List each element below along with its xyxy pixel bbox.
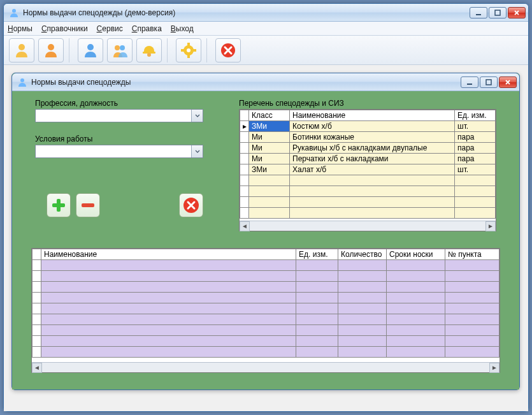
cell[interactable] bbox=[249, 175, 290, 186]
minimize-button[interactable] bbox=[470, 7, 487, 18]
main-titlebar[interactable]: Нормы выдачи спецодежды (демо-версия) bbox=[4, 4, 528, 22]
cell[interactable]: пара bbox=[455, 132, 496, 143]
child-maximize-button[interactable] bbox=[480, 76, 498, 88]
menu-spravochniki[interactable]: Справочники bbox=[41, 24, 88, 33]
conditions-dropdown-button[interactable] bbox=[191, 145, 203, 157]
cell[interactable]: Ми bbox=[249, 132, 290, 143]
cell[interactable] bbox=[296, 293, 338, 303]
cell[interactable] bbox=[296, 325, 338, 336]
cell[interactable] bbox=[455, 175, 496, 186]
cell[interactable] bbox=[338, 282, 387, 293]
cell[interactable] bbox=[387, 336, 445, 347]
scroll-left-icon[interactable]: ◄ bbox=[240, 221, 250, 231]
items-table[interactable]: Класс Наименование Ед. изм. ▸ЗМиКостюм х… bbox=[240, 110, 496, 219]
cell[interactable] bbox=[387, 282, 445, 293]
cell[interactable] bbox=[290, 186, 455, 197]
cancel-button[interactable] bbox=[179, 193, 203, 217]
cell[interactable]: Рукавицы х/б с накладками двупалые bbox=[290, 143, 455, 154]
profession-dropdown-button[interactable] bbox=[191, 110, 203, 122]
table-row[interactable]: ЗМиХалат х/бшт. bbox=[240, 164, 496, 175]
toolbar-hardhat-button[interactable] bbox=[136, 38, 162, 62]
items-col-class[interactable]: Класс bbox=[249, 110, 290, 121]
cell[interactable] bbox=[249, 186, 290, 197]
scroll-left-icon[interactable]: ◄ bbox=[32, 363, 42, 373]
cell[interactable] bbox=[387, 303, 445, 314]
cell[interactable] bbox=[41, 260, 296, 271]
table-row[interactable]: МиПерчатки х/б с накладкамипара bbox=[240, 154, 496, 164]
child-close-button[interactable] bbox=[499, 76, 517, 88]
cell[interactable] bbox=[338, 293, 387, 303]
table-row[interactable] bbox=[32, 293, 500, 303]
cell[interactable] bbox=[296, 314, 338, 325]
cell[interactable] bbox=[445, 260, 500, 271]
table-row[interactable] bbox=[240, 208, 496, 219]
menu-servis[interactable]: Сервис bbox=[97, 24, 123, 33]
table-row[interactable] bbox=[32, 260, 500, 271]
cell[interactable] bbox=[41, 303, 296, 314]
norms-table[interactable]: Наименование Ед. изм. Количество Сроки н… bbox=[32, 249, 500, 358]
norms-hscroll[interactable]: ◄ ► bbox=[32, 362, 500, 372]
norms-grid[interactable]: Наименование Ед. изм. Количество Сроки н… bbox=[31, 248, 500, 373]
cell[interactable] bbox=[338, 347, 387, 358]
scroll-right-icon[interactable]: ► bbox=[485, 221, 496, 231]
menu-normy[interactable]: Нормы bbox=[8, 24, 32, 33]
cell[interactable] bbox=[338, 271, 387, 282]
table-row[interactable]: ▸ЗМиКостюм х/бшт. bbox=[240, 121, 496, 132]
cell[interactable] bbox=[296, 271, 338, 282]
conditions-input[interactable] bbox=[36, 145, 191, 157]
cell[interactable] bbox=[445, 271, 500, 282]
cell[interactable] bbox=[41, 282, 296, 293]
cell[interactable] bbox=[296, 303, 338, 314]
cell[interactable]: ЗМи bbox=[249, 121, 290, 132]
add-button[interactable] bbox=[47, 193, 71, 217]
cell[interactable] bbox=[387, 293, 445, 303]
table-row[interactable] bbox=[32, 271, 500, 282]
cell[interactable] bbox=[290, 197, 455, 208]
table-row[interactable] bbox=[32, 325, 500, 336]
table-row[interactable]: МиБотинки кожаныепара bbox=[240, 132, 496, 143]
profession-input[interactable] bbox=[36, 110, 191, 122]
cell[interactable] bbox=[445, 303, 500, 314]
cell[interactable] bbox=[41, 314, 296, 325]
cell[interactable] bbox=[445, 325, 500, 336]
cell[interactable] bbox=[338, 303, 387, 314]
cell[interactable]: Халат х/б bbox=[290, 164, 455, 175]
cell[interactable] bbox=[41, 293, 296, 303]
norms-col-number[interactable]: № пункта bbox=[445, 249, 500, 260]
cell[interactable] bbox=[290, 208, 455, 219]
cell[interactable] bbox=[338, 336, 387, 347]
norms-col-name[interactable]: Наименование bbox=[41, 249, 296, 260]
table-row[interactable] bbox=[240, 186, 496, 197]
cell[interactable] bbox=[296, 336, 338, 347]
toolbar-close-button[interactable] bbox=[215, 38, 241, 62]
cell[interactable] bbox=[445, 347, 500, 358]
cell[interactable]: шт. bbox=[455, 164, 496, 175]
cell[interactable] bbox=[387, 260, 445, 271]
cell[interactable]: пара bbox=[455, 154, 496, 164]
cell[interactable] bbox=[41, 271, 296, 282]
cell[interactable]: ЗМи bbox=[249, 164, 290, 175]
cell[interactable] bbox=[445, 282, 500, 293]
profession-combo[interactable] bbox=[35, 109, 203, 122]
cell[interactable] bbox=[338, 325, 387, 336]
child-minimize-button[interactable] bbox=[461, 76, 478, 88]
table-row[interactable] bbox=[240, 197, 496, 208]
toolbar-user3-button[interactable] bbox=[78, 38, 103, 62]
cell[interactable] bbox=[338, 314, 387, 325]
items-col-unit[interactable]: Ед. изм. bbox=[455, 110, 496, 121]
menu-spravka[interactable]: Справка bbox=[132, 24, 162, 33]
maximize-button[interactable] bbox=[489, 7, 507, 18]
table-row[interactable] bbox=[32, 336, 500, 347]
cell[interactable]: Перчатки х/б с накладками bbox=[290, 154, 455, 164]
menu-vyhod[interactable]: Выход bbox=[171, 24, 194, 33]
cell[interactable] bbox=[296, 260, 338, 271]
norms-col-unit[interactable]: Ед. изм. bbox=[296, 249, 338, 260]
cell[interactable] bbox=[249, 197, 290, 208]
cell[interactable] bbox=[445, 293, 500, 303]
table-row[interactable] bbox=[240, 175, 496, 186]
norms-col-qty[interactable]: Количество bbox=[338, 249, 387, 260]
table-row[interactable] bbox=[32, 282, 500, 293]
cell[interactable] bbox=[445, 336, 500, 347]
conditions-combo[interactable] bbox=[35, 145, 203, 158]
cell[interactable] bbox=[387, 314, 445, 325]
